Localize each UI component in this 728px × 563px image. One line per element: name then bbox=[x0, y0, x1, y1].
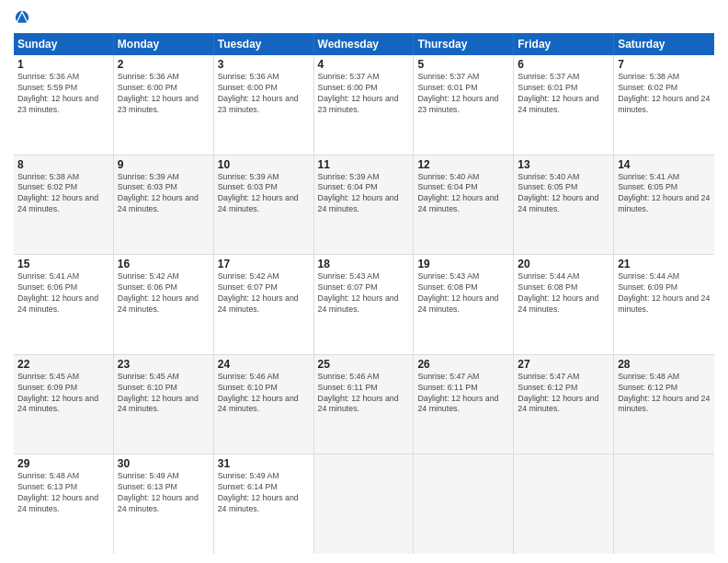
day-info: Sunrise: 5:45 AM Sunset: 6:09 PM Dayligh… bbox=[17, 372, 109, 416]
day-cell-13: 13Sunrise: 5:40 AM Sunset: 6:05 PM Dayli… bbox=[514, 155, 614, 255]
day-number: 31 bbox=[218, 457, 310, 470]
day-info: Sunrise: 5:44 AM Sunset: 6:08 PM Dayligh… bbox=[518, 271, 609, 316]
weekday-header-monday: Monday bbox=[114, 33, 214, 55]
day-info: Sunrise: 5:49 AM Sunset: 6:14 PM Dayligh… bbox=[218, 471, 310, 515]
week-row-2: 8Sunrise: 5:38 AM Sunset: 6:02 PM Daylig… bbox=[14, 155, 714, 256]
day-info: Sunrise: 5:37 AM Sunset: 6:01 PM Dayligh… bbox=[417, 72, 509, 116]
day-cell-19: 19Sunrise: 5:43 AM Sunset: 6:08 PM Dayli… bbox=[414, 255, 514, 354]
day-info: Sunrise: 5:41 AM Sunset: 6:05 PM Dayligh… bbox=[618, 172, 711, 216]
day-info: Sunrise: 5:43 AM Sunset: 6:08 PM Dayligh… bbox=[417, 271, 509, 316]
day-cell-20: 20Sunrise: 5:44 AM Sunset: 6:08 PM Dayli… bbox=[514, 255, 614, 354]
day-cell-1: 1Sunrise: 5:36 AM Sunset: 5:59 PM Daylig… bbox=[14, 55, 114, 155]
day-number: 16 bbox=[118, 258, 210, 270]
day-info: Sunrise: 5:36 AM Sunset: 6:00 PM Dayligh… bbox=[118, 72, 210, 116]
day-number: 25 bbox=[318, 358, 410, 371]
day-cell-30: 30Sunrise: 5:49 AM Sunset: 6:13 PM Dayli… bbox=[114, 454, 214, 554]
day-cell-31: 31Sunrise: 5:49 AM Sunset: 6:14 PM Dayli… bbox=[214, 454, 314, 554]
weekday-header-thursday: Thursday bbox=[414, 33, 514, 55]
day-info: Sunrise: 5:37 AM Sunset: 6:00 PM Dayligh… bbox=[318, 72, 410, 116]
day-info: Sunrise: 5:36 AM Sunset: 6:00 PM Dayligh… bbox=[218, 72, 310, 116]
day-number: 22 bbox=[17, 358, 109, 371]
day-cell-25: 25Sunrise: 5:46 AM Sunset: 6:11 PM Dayli… bbox=[314, 355, 415, 454]
day-info: Sunrise: 5:39 AM Sunset: 6:04 PM Dayligh… bbox=[318, 172, 410, 216]
day-cell-9: 9Sunrise: 5:39 AM Sunset: 6:03 PM Daylig… bbox=[114, 155, 214, 255]
weekday-header-wednesday: Wednesday bbox=[314, 33, 415, 55]
day-info: Sunrise: 5:45 AM Sunset: 6:10 PM Dayligh… bbox=[118, 372, 210, 416]
day-info: Sunrise: 5:46 AM Sunset: 6:10 PM Dayligh… bbox=[218, 372, 310, 416]
day-number: 8 bbox=[17, 158, 109, 171]
day-info: Sunrise: 5:43 AM Sunset: 6:07 PM Dayligh… bbox=[318, 271, 410, 316]
calendar: SundayMondayTuesdayWednesdayThursdayFrid… bbox=[14, 33, 714, 554]
calendar-header: SundayMondayTuesdayWednesdayThursdayFrid… bbox=[14, 33, 714, 55]
day-info: Sunrise: 5:38 AM Sunset: 6:02 PM Dayligh… bbox=[618, 72, 711, 116]
week-row-4: 22Sunrise: 5:45 AM Sunset: 6:09 PM Dayli… bbox=[14, 355, 714, 455]
day-number: 21 bbox=[618, 258, 711, 270]
day-info: Sunrise: 5:39 AM Sunset: 6:03 PM Dayligh… bbox=[218, 172, 310, 216]
day-number: 27 bbox=[518, 358, 609, 371]
day-cell-28: 28Sunrise: 5:48 AM Sunset: 6:12 PM Dayli… bbox=[614, 355, 714, 454]
day-number: 14 bbox=[618, 158, 711, 171]
weekday-header-tuesday: Tuesday bbox=[214, 33, 314, 55]
day-number: 19 bbox=[417, 258, 509, 270]
day-number: 20 bbox=[518, 258, 609, 270]
day-cell-11: 11Sunrise: 5:39 AM Sunset: 6:04 PM Dayli… bbox=[314, 155, 415, 255]
day-number: 4 bbox=[318, 58, 410, 71]
day-number: 17 bbox=[218, 258, 310, 270]
day-number: 2 bbox=[118, 58, 210, 71]
day-number: 7 bbox=[618, 58, 711, 71]
empty-cell bbox=[314, 454, 415, 554]
day-cell-15: 15Sunrise: 5:41 AM Sunset: 6:06 PM Dayli… bbox=[14, 255, 114, 354]
weekday-header-saturday: Saturday bbox=[614, 33, 714, 55]
day-number: 30 bbox=[118, 457, 210, 470]
day-info: Sunrise: 5:36 AM Sunset: 5:59 PM Dayligh… bbox=[17, 72, 109, 116]
day-number: 5 bbox=[417, 58, 509, 71]
day-cell-3: 3Sunrise: 5:36 AM Sunset: 6:00 PM Daylig… bbox=[214, 55, 314, 155]
weekday-header-sunday: Sunday bbox=[14, 33, 114, 55]
day-cell-6: 6Sunrise: 5:37 AM Sunset: 6:01 PM Daylig… bbox=[514, 55, 614, 155]
page: SundayMondayTuesdayWednesdayThursdayFrid… bbox=[0, 0, 728, 563]
day-cell-12: 12Sunrise: 5:40 AM Sunset: 6:04 PM Dayli… bbox=[414, 155, 514, 255]
day-info: Sunrise: 5:48 AM Sunset: 6:13 PM Dayligh… bbox=[17, 471, 109, 515]
empty-cell bbox=[414, 454, 514, 554]
day-cell-18: 18Sunrise: 5:43 AM Sunset: 6:07 PM Dayli… bbox=[314, 255, 415, 354]
day-info: Sunrise: 5:38 AM Sunset: 6:02 PM Dayligh… bbox=[17, 172, 109, 216]
day-info: Sunrise: 5:46 AM Sunset: 6:11 PM Dayligh… bbox=[318, 372, 410, 416]
day-info: Sunrise: 5:40 AM Sunset: 6:04 PM Dayligh… bbox=[417, 172, 509, 216]
day-number: 10 bbox=[218, 158, 310, 171]
day-cell-23: 23Sunrise: 5:45 AM Sunset: 6:10 PM Dayli… bbox=[114, 355, 214, 454]
day-number: 13 bbox=[518, 158, 609, 171]
day-cell-26: 26Sunrise: 5:47 AM Sunset: 6:11 PM Dayli… bbox=[414, 355, 514, 454]
day-cell-17: 17Sunrise: 5:42 AM Sunset: 6:07 PM Dayli… bbox=[214, 255, 314, 354]
day-number: 6 bbox=[518, 58, 609, 71]
week-row-5: 29Sunrise: 5:48 AM Sunset: 6:13 PM Dayli… bbox=[14, 454, 714, 554]
week-row-1: 1Sunrise: 5:36 AM Sunset: 5:59 PM Daylig… bbox=[14, 55, 714, 155]
day-cell-4: 4Sunrise: 5:37 AM Sunset: 6:00 PM Daylig… bbox=[314, 55, 415, 155]
day-cell-16: 16Sunrise: 5:42 AM Sunset: 6:06 PM Dayli… bbox=[114, 255, 214, 354]
day-cell-27: 27Sunrise: 5:47 AM Sunset: 6:12 PM Dayli… bbox=[514, 355, 614, 454]
day-number: 29 bbox=[17, 457, 109, 470]
day-info: Sunrise: 5:37 AM Sunset: 6:01 PM Dayligh… bbox=[518, 72, 609, 116]
day-info: Sunrise: 5:41 AM Sunset: 6:06 PM Dayligh… bbox=[17, 271, 109, 316]
day-number: 15 bbox=[17, 258, 109, 270]
day-number: 3 bbox=[218, 58, 310, 71]
day-info: Sunrise: 5:49 AM Sunset: 6:13 PM Dayligh… bbox=[118, 471, 210, 515]
day-info: Sunrise: 5:47 AM Sunset: 6:11 PM Dayligh… bbox=[417, 372, 509, 416]
day-number: 28 bbox=[618, 358, 711, 371]
day-cell-5: 5Sunrise: 5:37 AM Sunset: 6:01 PM Daylig… bbox=[414, 55, 514, 155]
day-cell-24: 24Sunrise: 5:46 AM Sunset: 6:10 PM Dayli… bbox=[214, 355, 314, 454]
header bbox=[14, 9, 714, 26]
day-cell-21: 21Sunrise: 5:44 AM Sunset: 6:09 PM Dayli… bbox=[614, 255, 714, 354]
day-cell-14: 14Sunrise: 5:41 AM Sunset: 6:05 PM Dayli… bbox=[614, 155, 714, 255]
day-cell-2: 2Sunrise: 5:36 AM Sunset: 6:00 PM Daylig… bbox=[114, 55, 214, 155]
calendar-body: 1Sunrise: 5:36 AM Sunset: 5:59 PM Daylig… bbox=[14, 55, 714, 554]
day-info: Sunrise: 5:39 AM Sunset: 6:03 PM Dayligh… bbox=[118, 172, 210, 216]
day-cell-8: 8Sunrise: 5:38 AM Sunset: 6:02 PM Daylig… bbox=[14, 155, 114, 255]
day-info: Sunrise: 5:40 AM Sunset: 6:05 PM Dayligh… bbox=[518, 172, 609, 216]
empty-cell bbox=[514, 454, 614, 554]
day-cell-22: 22Sunrise: 5:45 AM Sunset: 6:09 PM Dayli… bbox=[14, 355, 114, 454]
day-number: 9 bbox=[118, 158, 210, 171]
day-number: 26 bbox=[417, 358, 509, 371]
day-info: Sunrise: 5:42 AM Sunset: 6:07 PM Dayligh… bbox=[218, 271, 310, 316]
day-number: 1 bbox=[17, 58, 109, 71]
day-number: 18 bbox=[318, 258, 410, 270]
